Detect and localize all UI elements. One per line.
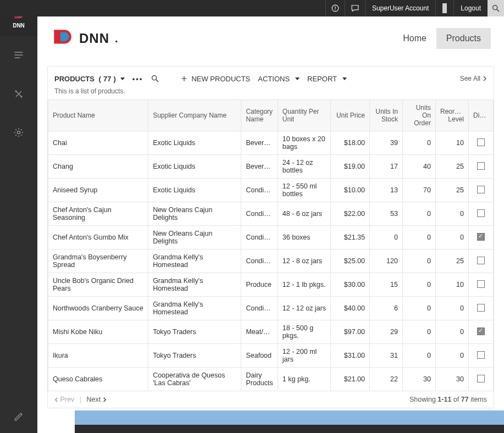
cell-discontinued[interactable] xyxy=(468,273,493,297)
main-area: DNN. Home Products PRODUCTS (77) ••• NEW… xyxy=(37,16,504,433)
cell-stock: 39 xyxy=(369,131,402,155)
svg-point-10 xyxy=(20,96,22,97)
sidebar-content-button[interactable] xyxy=(0,36,37,75)
cell-discontinued[interactable] xyxy=(468,202,493,226)
cell-category: Dairy Products xyxy=(241,368,278,391)
cell-qpu: 18 - 500 g pkgs. xyxy=(278,320,330,344)
more-options-button[interactable]: ••• xyxy=(132,75,143,83)
cell-reorder: 10 xyxy=(435,273,468,297)
table-header-row: Product Name Supplier Company Name Categ… xyxy=(48,100,494,131)
table-row[interactable]: Chef Anton's Cajun SeasoningNew Orleans … xyxy=(48,202,494,226)
checkbox-icon xyxy=(477,304,485,312)
brand: DNN. xyxy=(51,26,119,51)
see-all-link[interactable]: See All xyxy=(460,75,487,82)
cell-stock: 6 xyxy=(369,297,402,320)
cell-category: Condime... xyxy=(241,179,278,202)
notifications-button[interactable] xyxy=(325,0,345,16)
svg-point-11 xyxy=(18,131,20,134)
sidebar-tools-button[interactable] xyxy=(0,75,37,113)
table-row[interactable]: Chef Anton's Gumbo MixNew Orleans Cajun … xyxy=(48,226,494,249)
view-selector[interactable]: PRODUCTS (77) xyxy=(54,75,125,83)
plus-icon xyxy=(180,75,188,82)
col-supplier[interactable]: Supplier Company Name xyxy=(148,100,241,131)
cell-price: $21.00 xyxy=(331,368,370,391)
col-reorder-level[interactable]: Reorder Level xyxy=(435,100,468,131)
sidebar-edit-button[interactable] xyxy=(0,400,37,433)
pager-next[interactable]: Next xyxy=(86,396,101,403)
cell-supplier: Tokyo Traders xyxy=(148,320,241,344)
cell-category: Beverages xyxy=(241,155,278,179)
report-dropdown[interactable]: REPORT xyxy=(307,75,347,83)
cell-supplier: Exotic Liquids xyxy=(148,179,241,202)
main-nav: Home Products xyxy=(393,28,491,49)
cell-discontinued[interactable] xyxy=(468,344,493,368)
col-units-in-stock[interactable]: Units In Stock xyxy=(369,100,402,131)
table-row[interactable]: Aniseed SyrupExotic LiquidsCondime...12 … xyxy=(48,179,494,202)
cell-stock: 13 xyxy=(369,179,402,202)
pager-summary: Showing 1-11 of 77 items xyxy=(409,396,487,403)
pager-prev[interactable]: Prev xyxy=(60,396,74,403)
cell-order: 0 xyxy=(402,344,435,368)
avatar[interactable] xyxy=(435,0,453,16)
page-footer: Copyright 2017 by DNN Corp Terms Of Use … xyxy=(75,425,504,433)
col-unit-price[interactable]: Unit Price xyxy=(331,100,370,131)
topbar-search-button[interactable] xyxy=(488,0,504,16)
nav-products[interactable]: Products xyxy=(436,28,491,49)
logout-button[interactable]: Logout xyxy=(453,0,488,16)
cell-discontinued[interactable] xyxy=(468,155,493,179)
messages-button[interactable] xyxy=(345,0,365,16)
cell-discontinued[interactable] xyxy=(468,320,493,344)
new-products-button[interactable]: NEW PRODUCTS xyxy=(180,75,250,83)
cell-reorder: 0 xyxy=(435,344,468,368)
cell-discontinued[interactable] xyxy=(468,179,493,202)
cell-reorder: 0 xyxy=(435,226,468,249)
sidebar-settings-button[interactable] xyxy=(0,113,37,152)
table-row[interactable]: Queso CabralesCooperativa de Quesos 'Las… xyxy=(48,368,494,391)
checkbox-icon xyxy=(477,327,485,335)
brand-logo-icon xyxy=(51,26,74,51)
toolbar-search-button[interactable] xyxy=(151,74,159,83)
cell-reorder: 10 xyxy=(435,131,468,155)
cell-order: 70 xyxy=(402,179,435,202)
cell-reorder: 25 xyxy=(435,155,468,179)
svg-point-12 xyxy=(152,76,157,80)
actions-dropdown[interactable]: ACTIONS xyxy=(258,75,300,83)
sidebar-logo-label: DNN xyxy=(13,23,25,29)
cell-supplier: New Orleans Cajun Delights xyxy=(148,202,241,226)
nav-home[interactable]: Home xyxy=(393,28,436,49)
chevron-right-icon xyxy=(103,397,107,402)
table-row[interactable]: ChaiExotic LiquidsBeverages10 boxes x 20… xyxy=(48,131,494,155)
cell-price: $19.00 xyxy=(331,155,370,179)
cell-discontinued[interactable] xyxy=(468,226,493,249)
checkbox-icon xyxy=(477,209,485,217)
cell-qpu: 12 - 12 oz jars xyxy=(278,297,330,320)
cell-discontinued[interactable] xyxy=(468,131,493,155)
cell-supplier: Grandma Kelly's Homestead xyxy=(148,297,241,320)
table-row[interactable]: Uncle Bob's Organic Dried PearsGrandma K… xyxy=(48,273,494,297)
table-row[interactable]: IkuraTokyo TradersSeafood12 - 200 ml jar… xyxy=(48,344,494,368)
cell-discontinued[interactable] xyxy=(468,249,493,273)
cell-order: 40 xyxy=(402,155,435,179)
svg-point-9 xyxy=(15,90,16,92)
account-label: SuperUser Account xyxy=(372,4,429,12)
cell-discontinued[interactable] xyxy=(468,297,493,320)
svg-rect-8 xyxy=(15,57,20,58)
cell-order: 0 xyxy=(402,297,435,320)
cell-product-name: Queso Cabrales xyxy=(48,368,148,391)
table-row[interactable]: Mishi Kobe NikuTokyo TradersMeat/Po...18… xyxy=(48,320,494,344)
col-qty-per-unit[interactable]: Quantity Per Unit xyxy=(278,100,330,131)
cell-product-name: Ikura xyxy=(48,344,148,368)
table-row[interactable]: Northwoods Cranberry SauceGrandma Kelly'… xyxy=(48,297,494,320)
col-product-name[interactable]: Product Name xyxy=(48,100,148,131)
cell-price: $40.00 xyxy=(331,297,370,320)
cell-reorder: 0 xyxy=(435,320,468,344)
cell-discontinued[interactable] xyxy=(468,368,493,391)
account-link[interactable]: SuperUser Account xyxy=(365,0,435,16)
table-row[interactable]: ChangExotic LiquidsBeverages24 - 12 oz b… xyxy=(48,155,494,179)
table-row[interactable]: Grandma's Boysenberry SpreadGrandma Kell… xyxy=(48,249,494,273)
col-discontinued[interactable]: Discon. xyxy=(468,100,493,131)
col-category[interactable]: Category Name xyxy=(241,100,278,131)
col-units-on-order[interactable]: Units On Order xyxy=(402,100,435,131)
svg-line-5 xyxy=(497,9,499,12)
cell-qpu: 12 - 8 oz jars xyxy=(278,249,330,273)
